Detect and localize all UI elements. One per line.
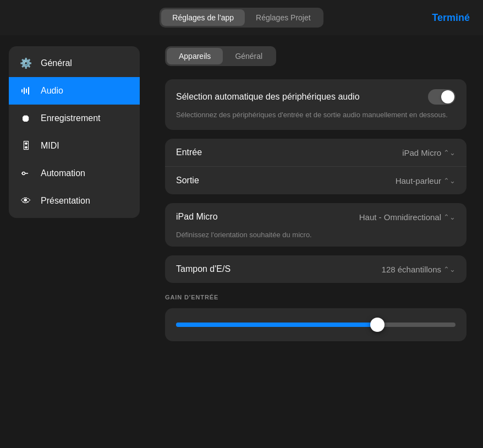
sortie-value: Haut-parleur	[396, 176, 441, 185]
entree-value: iPad Micro	[402, 148, 441, 157]
toggle-knob	[441, 90, 454, 103]
sortie-stepper-icon: ⌃⌄	[443, 177, 455, 185]
ipad-value: Haut - Omnidirectional	[359, 212, 441, 222]
ipad-value-group: Haut - Omnidirectional ⌃⌄	[359, 212, 455, 222]
sortie-label: Sortie	[176, 176, 199, 185]
sidebar: ⚙️ Général Audio ⏺ Enregistrement	[0, 35, 149, 448]
slider-container	[165, 308, 466, 341]
toggle-label: Sélection automatique des périphériques …	[176, 92, 360, 102]
ipad-section: iPad Micro Haut - Omnidirectional ⌃⌄ Déf…	[165, 203, 466, 247]
sidebar-label-automation: Automation	[41, 168, 85, 178]
entree-value-group: iPad Micro ⌃⌄	[402, 148, 455, 157]
sub-tab-group: Appareils Général	[165, 46, 276, 66]
sidebar-item-enregistrement[interactable]: ⏺ Enregistrement	[9, 105, 140, 132]
slider-fill	[176, 323, 377, 327]
entree-row[interactable]: Entrée iPad Micro ⌃⌄	[165, 139, 466, 167]
ipad-row[interactable]: iPad Micro Haut - Omnidirectional ⌃⌄	[165, 203, 466, 231]
sidebar-item-general[interactable]: ⚙️ Général	[9, 50, 140, 77]
buffer-label: Tampon d'E/S	[176, 264, 230, 274]
ipad-description: Définissez l'orientation souhaitée du mi…	[165, 231, 466, 247]
tab-app[interactable]: Réglages de l'app	[161, 9, 245, 26]
sortie-value-group: Haut-parleur ⌃⌄	[396, 176, 455, 185]
midi-icon: 🎛	[20, 140, 32, 152]
svg-rect-0	[21, 89, 23, 92]
toggle-description: Sélectionnez des périphériques d'entrée …	[176, 110, 455, 120]
sidebar-item-midi[interactable]: 🎛 MIDI	[9, 132, 140, 160]
done-button[interactable]: Terminé	[432, 12, 470, 24]
sidebar-label-audio: Audio	[41, 86, 63, 96]
entree-label: Entrée	[176, 147, 202, 157]
sortie-row[interactable]: Sortie Haut-parleur ⌃⌄	[165, 167, 466, 194]
record-icon: ⏺	[20, 112, 32, 124]
tab-project[interactable]: Réglages Projet	[245, 9, 322, 26]
automation-icon	[20, 167, 32, 179]
toggle-switch[interactable]	[428, 89, 455, 105]
sidebar-item-automation[interactable]: Automation	[9, 160, 140, 187]
sidebar-menu: ⚙️ Général Audio ⏺ Enregistrement	[9, 46, 140, 218]
sidebar-label-midi: MIDI	[41, 141, 59, 151]
ipad-stepper-icon: ⌃⌄	[443, 213, 455, 221]
toggle-row: Sélection automatique des périphériques …	[176, 89, 455, 105]
entree-stepper-icon: ⌃⌄	[443, 149, 455, 157]
svg-rect-1	[24, 88, 25, 94]
sidebar-label-enregistrement: Enregistrement	[41, 113, 101, 123]
toggle-section: Sélection automatique des périphériques …	[165, 79, 466, 130]
sub-tab-general[interactable]: Général	[223, 48, 275, 64]
buffer-section: Tampon d'E/S 128 échantillons ⌃⌄	[165, 255, 466, 283]
right-panel: Appareils Général Sélection automatique …	[149, 35, 483, 448]
audio-icon	[20, 85, 32, 97]
sidebar-label-general: Général	[41, 58, 72, 68]
eye-icon: 👁	[20, 195, 32, 207]
slider-track[interactable]	[176, 323, 455, 327]
top-bar: Réglages de l'app Réglages Projet Termin…	[0, 0, 483, 35]
buffer-stepper-icon: ⌃⌄	[443, 265, 455, 274]
svg-rect-2	[26, 89, 27, 93]
gain-section: GAIN D'ENTRÉE	[165, 294, 466, 341]
svg-point-4	[23, 172, 25, 175]
ipad-label: iPad Micro	[176, 212, 218, 222]
svg-rect-3	[28, 87, 29, 95]
slider-thumb[interactable]	[370, 318, 385, 332]
sub-tab-devices[interactable]: Appareils	[167, 48, 223, 64]
device-section: Entrée iPad Micro ⌃⌄ Sortie Haut-parleur…	[165, 139, 466, 194]
sidebar-item-audio[interactable]: Audio	[9, 77, 140, 105]
gear-icon: ⚙️	[20, 57, 32, 69]
main-content: ⚙️ Général Audio ⏺ Enregistrement	[0, 35, 483, 448]
buffer-value: 128 échantillons	[382, 265, 441, 274]
buffer-value-group: 128 échantillons ⌃⌄	[382, 265, 455, 274]
buffer-row[interactable]: Tampon d'E/S 128 échantillons ⌃⌄	[165, 255, 466, 283]
sidebar-label-presentation: Présentation	[41, 196, 90, 206]
sidebar-item-presentation[interactable]: 👁 Présentation	[9, 187, 140, 215]
tab-group: Réglages de l'app Réglages Projet	[160, 8, 323, 28]
gain-label: GAIN D'ENTRÉE	[165, 294, 466, 301]
